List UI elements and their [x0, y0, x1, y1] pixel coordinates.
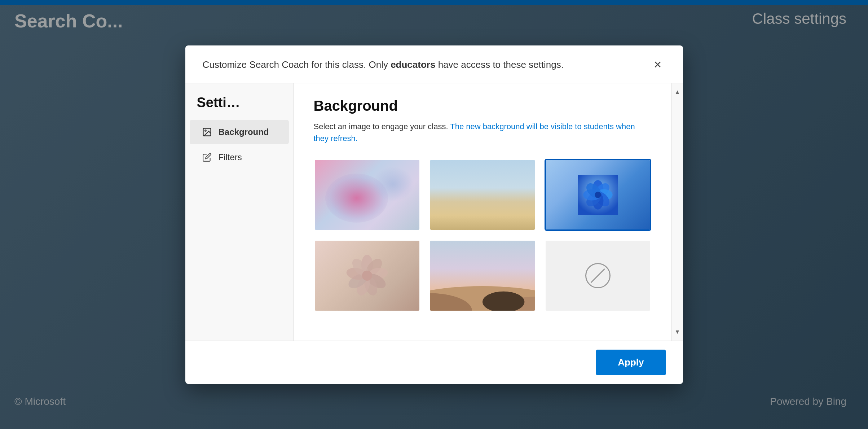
sidebar: Setti… Background [185, 83, 294, 341]
sidebar-item-background[interactable]: Background [190, 120, 289, 144]
scroll-arrows-panel: ▲ ▼ [671, 83, 683, 341]
pencil-icon [201, 152, 213, 163]
settings-dialog: Customize Search Coach for this class. O… [185, 45, 683, 384]
none-icon [585, 263, 611, 288]
scroll-down-arrow[interactable]: ▼ [672, 326, 683, 338]
content-scroll-area[interactable]: Background Select an image to engage you… [294, 83, 671, 341]
dialog-header: Customize Search Coach for this class. O… [185, 45, 683, 83]
close-icon: ✕ [653, 59, 662, 71]
image-grid [314, 159, 651, 312]
content-title: Background [314, 98, 651, 114]
sidebar-item-filters[interactable]: Filters [190, 145, 289, 170]
svg-point-1 [205, 130, 206, 131]
description-start: Select an image to engage your class. [314, 122, 450, 131]
abstract-pink-image [315, 160, 419, 230]
main-content: Background Select an image to engage you… [294, 83, 671, 341]
header-text-end: have access to these settings. [438, 59, 564, 70]
desert-day-image [430, 160, 535, 230]
content-description: Select an image to engage your class. Th… [314, 121, 651, 144]
dialog-header-text: Customize Search Coach for this class. O… [203, 58, 564, 71]
background-option-4[interactable] [314, 240, 420, 312]
scroll-up-arrow[interactable]: ▲ [672, 86, 683, 98]
close-button[interactable]: ✕ [650, 57, 666, 73]
svg-point-11 [595, 192, 601, 198]
flower-image [315, 241, 419, 311]
background-option-1[interactable] [314, 159, 420, 231]
apply-button[interactable]: Apply [596, 350, 665, 375]
image-icon [201, 126, 213, 138]
no-background-image [546, 241, 650, 311]
sidebar-background-label: Background [219, 127, 269, 137]
windows11-image [546, 160, 650, 229]
desert-sunset-image [430, 241, 535, 311]
background-option-3[interactable] [545, 159, 651, 231]
background-option-none[interactable] [545, 240, 651, 312]
background-option-5[interactable] [429, 240, 536, 312]
background-option-2[interactable] [429, 159, 536, 231]
header-text-bold: educators [391, 59, 435, 70]
svg-point-21 [362, 271, 372, 281]
header-text-start: Customize Search Coach for this class. O… [203, 59, 391, 70]
dialog-body: Setti… Background [185, 83, 683, 341]
sidebar-title: Setti… [185, 92, 293, 119]
dialog-footer: Apply [185, 341, 683, 384]
sidebar-filters-label: Filters [219, 152, 242, 162]
